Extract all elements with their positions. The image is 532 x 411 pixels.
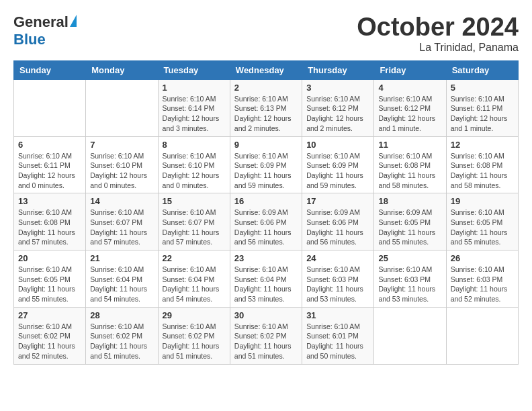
day-number: 3 — [306, 83, 369, 93]
calendar-cell: 22Sunrise: 6:10 AM Sunset: 6:04 PM Dayli… — [158, 250, 230, 308]
calendar-cell: 3Sunrise: 6:10 AM Sunset: 6:12 PM Daylig… — [302, 79, 374, 136]
page-header: General Blue October 2024 La Trinidad, P… — [13, 13, 519, 54]
day-number: 26 — [451, 253, 514, 263]
day-number: 8 — [163, 140, 226, 150]
day-info: Sunrise: 6:10 AM Sunset: 6:09 PM Dayligh… — [306, 151, 369, 191]
calendar-cell: 30Sunrise: 6:10 AM Sunset: 6:02 PM Dayli… — [230, 307, 302, 364]
day-info: Sunrise: 6:10 AM Sunset: 6:11 PM Dayligh… — [451, 94, 514, 134]
calendar-cell: 6Sunrise: 6:10 AM Sunset: 6:11 PM Daylig… — [14, 136, 86, 193]
day-number: 6 — [18, 140, 81, 150]
weekday-header: Friday — [374, 60, 446, 79]
day-info: Sunrise: 6:10 AM Sunset: 6:02 PM Dayligh… — [234, 322, 298, 361]
weekday-header: Saturday — [446, 60, 518, 79]
weekday-header: Sunday — [14, 60, 86, 79]
calendar-cell: 16Sunrise: 6:09 AM Sunset: 6:06 PM Dayli… — [230, 193, 302, 250]
calendar-cell: 19Sunrise: 6:10 AM Sunset: 6:05 PM Dayli… — [446, 193, 518, 250]
day-number: 22 — [163, 253, 226, 263]
day-info: Sunrise: 6:10 AM Sunset: 6:10 PM Dayligh… — [90, 151, 153, 191]
day-info: Sunrise: 6:10 AM Sunset: 6:12 PM Dayligh… — [378, 94, 441, 134]
day-number: 24 — [306, 253, 369, 263]
calendar-cell: 20Sunrise: 6:10 AM Sunset: 6:05 PM Dayli… — [14, 250, 86, 308]
day-info: Sunrise: 6:09 AM Sunset: 6:06 PM Dayligh… — [234, 208, 298, 247]
calendar-cell — [446, 307, 518, 364]
day-info: Sunrise: 6:10 AM Sunset: 6:05 PM Dayligh… — [451, 208, 514, 247]
day-info: Sunrise: 6:10 AM Sunset: 6:02 PM Dayligh… — [163, 322, 226, 361]
day-number: 2 — [234, 83, 298, 93]
day-info: Sunrise: 6:10 AM Sunset: 6:03 PM Dayligh… — [451, 265, 514, 304]
calendar-cell: 27Sunrise: 6:10 AM Sunset: 6:02 PM Dayli… — [14, 307, 86, 364]
day-number: 12 — [451, 140, 514, 150]
month-title: October 2024 — [357, 13, 519, 42]
calendar-cell: 4Sunrise: 6:10 AM Sunset: 6:12 PM Daylig… — [374, 79, 446, 136]
day-number: 14 — [90, 196, 153, 206]
calendar-cell: 10Sunrise: 6:10 AM Sunset: 6:09 PM Dayli… — [302, 136, 374, 193]
day-number: 10 — [306, 140, 369, 150]
day-number: 1 — [163, 83, 226, 93]
logo-general: General — [13, 13, 69, 31]
day-info: Sunrise: 6:10 AM Sunset: 6:05 PM Dayligh… — [18, 265, 81, 304]
calendar-cell: 5Sunrise: 6:10 AM Sunset: 6:11 PM Daylig… — [446, 79, 518, 136]
day-number: 4 — [378, 83, 441, 93]
calendar-cell: 15Sunrise: 6:10 AM Sunset: 6:07 PM Dayli… — [158, 193, 230, 250]
day-info: Sunrise: 6:10 AM Sunset: 6:03 PM Dayligh… — [378, 265, 441, 304]
location: La Trinidad, Panama — [357, 42, 519, 54]
day-info: Sunrise: 6:10 AM Sunset: 6:07 PM Dayligh… — [90, 208, 153, 247]
calendar-cell: 21Sunrise: 6:10 AM Sunset: 6:04 PM Dayli… — [86, 250, 158, 308]
day-info: Sunrise: 6:10 AM Sunset: 6:01 PM Dayligh… — [306, 322, 369, 361]
day-number: 19 — [451, 196, 514, 206]
day-info: Sunrise: 6:10 AM Sunset: 6:13 PM Dayligh… — [234, 94, 298, 134]
day-info: Sunrise: 6:09 AM Sunset: 6:05 PM Dayligh… — [378, 208, 441, 247]
calendar-cell: 12Sunrise: 6:10 AM Sunset: 6:08 PM Dayli… — [446, 136, 518, 193]
day-info: Sunrise: 6:10 AM Sunset: 6:14 PM Dayligh… — [163, 94, 226, 134]
day-number: 5 — [451, 83, 514, 93]
weekday-header: Thursday — [302, 60, 374, 79]
day-number: 29 — [163, 310, 226, 320]
calendar-cell: 8Sunrise: 6:10 AM Sunset: 6:10 PM Daylig… — [158, 136, 230, 193]
day-info: Sunrise: 6:10 AM Sunset: 6:03 PM Dayligh… — [306, 265, 369, 304]
day-number: 30 — [234, 310, 298, 320]
calendar-cell: 13Sunrise: 6:10 AM Sunset: 6:08 PM Dayli… — [14, 193, 86, 250]
day-info: Sunrise: 6:10 AM Sunset: 6:09 PM Dayligh… — [234, 151, 298, 191]
calendar-cell: 1Sunrise: 6:10 AM Sunset: 6:14 PM Daylig… — [158, 79, 230, 136]
calendar-cell: 14Sunrise: 6:10 AM Sunset: 6:07 PM Dayli… — [86, 193, 158, 250]
day-info: Sunrise: 6:10 AM Sunset: 6:10 PM Dayligh… — [163, 151, 226, 191]
day-number: 28 — [90, 310, 153, 320]
logo: General Blue — [13, 13, 77, 48]
day-info: Sunrise: 6:10 AM Sunset: 6:08 PM Dayligh… — [451, 151, 514, 191]
calendar-cell: 18Sunrise: 6:09 AM Sunset: 6:05 PM Dayli… — [374, 193, 446, 250]
calendar-cell: 29Sunrise: 6:10 AM Sunset: 6:02 PM Dayli… — [158, 307, 230, 364]
day-number: 7 — [90, 140, 153, 150]
day-number: 17 — [306, 196, 369, 206]
day-number: 25 — [378, 253, 441, 263]
calendar-cell: 17Sunrise: 6:09 AM Sunset: 6:06 PM Dayli… — [302, 193, 374, 250]
calendar-cell — [86, 79, 158, 136]
day-info: Sunrise: 6:10 AM Sunset: 6:02 PM Dayligh… — [18, 322, 81, 361]
day-info: Sunrise: 6:10 AM Sunset: 6:04 PM Dayligh… — [163, 265, 226, 304]
day-number: 15 — [163, 196, 226, 206]
day-info: Sunrise: 6:10 AM Sunset: 6:07 PM Dayligh… — [163, 208, 226, 247]
day-info: Sunrise: 6:10 AM Sunset: 6:12 PM Dayligh… — [306, 94, 369, 134]
calendar-cell: 9Sunrise: 6:10 AM Sunset: 6:09 PM Daylig… — [230, 136, 302, 193]
calendar-cell: 7Sunrise: 6:10 AM Sunset: 6:10 PM Daylig… — [86, 136, 158, 193]
calendar-cell — [374, 307, 446, 364]
day-number: 11 — [378, 140, 441, 150]
day-number: 9 — [234, 140, 298, 150]
day-info: Sunrise: 6:10 AM Sunset: 6:04 PM Dayligh… — [90, 265, 153, 304]
day-number: 23 — [234, 253, 298, 263]
calendar-cell: 24Sunrise: 6:10 AM Sunset: 6:03 PM Dayli… — [302, 250, 374, 308]
calendar-cell: 2Sunrise: 6:10 AM Sunset: 6:13 PM Daylig… — [230, 79, 302, 136]
weekday-header: Monday — [86, 60, 158, 79]
day-number: 18 — [378, 196, 441, 206]
day-number: 16 — [234, 196, 298, 206]
day-info: Sunrise: 6:10 AM Sunset: 6:08 PM Dayligh… — [378, 151, 441, 191]
day-info: Sunrise: 6:09 AM Sunset: 6:06 PM Dayligh… — [306, 208, 369, 247]
calendar-cell — [14, 79, 86, 136]
day-number: 27 — [18, 310, 81, 320]
day-number: 31 — [306, 310, 369, 320]
day-number: 20 — [18, 253, 81, 263]
calendar-cell: 26Sunrise: 6:10 AM Sunset: 6:03 PM Dayli… — [446, 250, 518, 308]
calendar-cell: 25Sunrise: 6:10 AM Sunset: 6:03 PM Dayli… — [374, 250, 446, 308]
weekday-header: Tuesday — [158, 60, 230, 79]
title-block: October 2024 La Trinidad, Panama — [357, 13, 519, 54]
day-info: Sunrise: 6:10 AM Sunset: 6:11 PM Dayligh… — [18, 151, 81, 191]
